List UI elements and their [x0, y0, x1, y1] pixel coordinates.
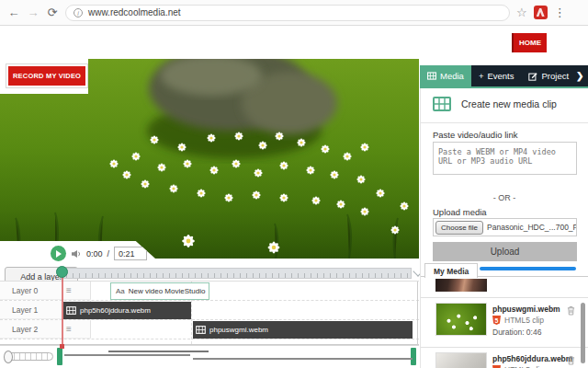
minimap-right-handle[interactable]: [411, 348, 416, 365]
film-icon: [196, 326, 206, 334]
zoom-slider[interactable]: [7, 352, 53, 361]
app-window: ← → ⟳ i www.redcoolmedia.net ☆ ⋮ HOME: [0, 0, 588, 368]
video-preview[interactable]: RECORD MY VIDEO: [0, 59, 419, 259]
layer-0-header: Layer 0 ≡: [0, 282, 91, 300]
reload-icon[interactable]: ⟳: [46, 6, 59, 18]
drag-handle-icon[interactable]: ≡: [66, 325, 72, 334]
url-text[interactable]: www.redcoolmedia.net: [88, 7, 181, 17]
media-film-icon: [427, 72, 436, 80]
playhead-knob[interactable]: [56, 266, 68, 278]
back-icon[interactable]: ←: [7, 6, 20, 18]
text-style-icon: Aa: [116, 287, 125, 295]
timeline-minimap[interactable]: [57, 348, 417, 365]
media-panel: Media + Events Project ❯: [420, 65, 588, 368]
edit-icon: [528, 72, 537, 81]
total-time-input[interactable]: [114, 247, 147, 260]
clip-1-label: php5h60jddura.webm: [80, 306, 151, 315]
track-row-1[interactable]: Layer 1 ≡ php5h60jddura.webm: [0, 301, 419, 320]
minimap-clip-bar: [193, 358, 413, 360]
tab-media-label: Media: [440, 71, 464, 81]
record-my-video-button[interactable]: RECORD MY VIDEO: [6, 64, 87, 87]
media-thumbnail[interactable]: [435, 352, 487, 368]
media-list-scrollbar[interactable]: [581, 303, 585, 363]
create-clip-label: Create new media clip: [461, 98, 557, 109]
bookmark-star-icon[interactable]: ☆: [516, 6, 527, 19]
media-thumbnail-partial[interactable]: [435, 279, 487, 292]
record-button-backdrop: RECORD MY VIDEO: [0, 59, 88, 94]
paste-link-label: Paste video/audio link: [433, 130, 517, 140]
volume-icon[interactable]: [71, 249, 82, 259]
media-item-type-label: HTML5 clip: [504, 316, 544, 325]
media-item-name[interactable]: php5h60jddura.webm: [492, 354, 572, 363]
minimap-left-handle[interactable]: [57, 348, 62, 365]
extension-icon[interactable]: [534, 6, 548, 19]
divider: [421, 297, 588, 298]
or-divider-label: - OR -: [421, 193, 588, 202]
film-icon: [433, 97, 451, 111]
film-icon: [66, 306, 76, 315]
address-bar[interactable]: i www.redcoolmedia.net: [65, 5, 510, 21]
text-clip-new-video[interactable]: Aa New video MovieStudio: [110, 282, 209, 300]
trash-icon: [567, 305, 575, 316]
tab-project-label: Project: [541, 71, 569, 81]
layer-0-label: Layer 0: [0, 286, 38, 295]
tab-events[interactable]: + Events: [471, 65, 522, 86]
layer-2-label: Layer 2: [0, 325, 38, 334]
playhead-marker: [60, 344, 64, 349]
forward-icon[interactable]: →: [27, 6, 40, 18]
layer-2-header: Layer 2 ≡: [0, 320, 91, 339]
panel-next-arrow-icon[interactable]: ❯: [576, 65, 588, 86]
time-separator: /: [107, 249, 110, 259]
minimap-clip-bar: [64, 354, 190, 356]
media-item-type: 5 HTML5 clip: [492, 316, 544, 325]
tab-events-label: Events: [487, 71, 514, 81]
layer-1-label: Layer 1: [0, 305, 38, 315]
clip-2-label: phpuswgmi.webm: [209, 326, 268, 334]
delete-media-button[interactable]: [567, 305, 575, 318]
tab-media[interactable]: Media: [420, 65, 471, 86]
upload-button[interactable]: Upload: [433, 242, 577, 261]
browser-menu-icon[interactable]: ⋮: [554, 6, 566, 19]
plus-icon: +: [479, 71, 484, 81]
page-info-icon[interactable]: i: [74, 8, 83, 17]
media-item-duration: Duration: 0:46: [492, 328, 541, 337]
media-thumbnail[interactable]: [435, 303, 487, 336]
upload-media-label: Upload media: [433, 207, 487, 217]
text-clip-label: New video MovieStudio: [129, 287, 206, 295]
upload-progress-bar: [480, 267, 576, 270]
file-input[interactable]: Choose file Panasonic_HDC_...700_P_50i.w…: [433, 218, 577, 236]
play-button[interactable]: [51, 246, 66, 261]
media-panel-body: Create new media clip Paste video/audio …: [420, 88, 588, 368]
media-item-name[interactable]: phpuswgmi.webm: [492, 305, 560, 314]
tab-project[interactable]: Project: [521, 65, 576, 86]
current-time: 0:00: [86, 249, 103, 259]
browser-toolbar: ← → ⟳ i www.redcoolmedia.net ☆ ⋮: [0, 0, 588, 26]
create-clip-row[interactable]: Create new media clip: [433, 97, 557, 111]
drag-handle-icon[interactable]: ≡: [66, 286, 72, 295]
delete-media-button[interactable]: [567, 354, 575, 368]
timeline-ruler[interactable]: [59, 268, 412, 279]
video-clip-2[interactable]: phpuswgmi.webm: [193, 321, 413, 339]
video-clip-1[interactable]: php5h60jddura.webm: [63, 302, 191, 319]
zoom-slider-handle[interactable]: [4, 351, 13, 363]
playback-controls: 0:00 /: [0, 241, 164, 266]
my-media-list: phpuswgmi.webm 5 HTML5 clip Duration: 0:…: [421, 276, 588, 368]
trash-icon: [567, 355, 575, 365]
panel-tab-bar: Media + Events Project ❯: [420, 65, 588, 86]
home-button[interactable]: HOME: [512, 33, 547, 52]
paste-link-input[interactable]: [433, 142, 577, 175]
choose-file-button[interactable]: Choose file: [435, 221, 483, 235]
my-media-tab[interactable]: My Media: [424, 263, 478, 278]
divider: [421, 347, 588, 348]
divider: [421, 122, 588, 123]
html5-icon: 5: [492, 316, 501, 325]
selected-file-name: Panasonic_HDC_...700_P_50i.webm: [487, 223, 577, 232]
minimap-clip-bar: [108, 351, 209, 352]
